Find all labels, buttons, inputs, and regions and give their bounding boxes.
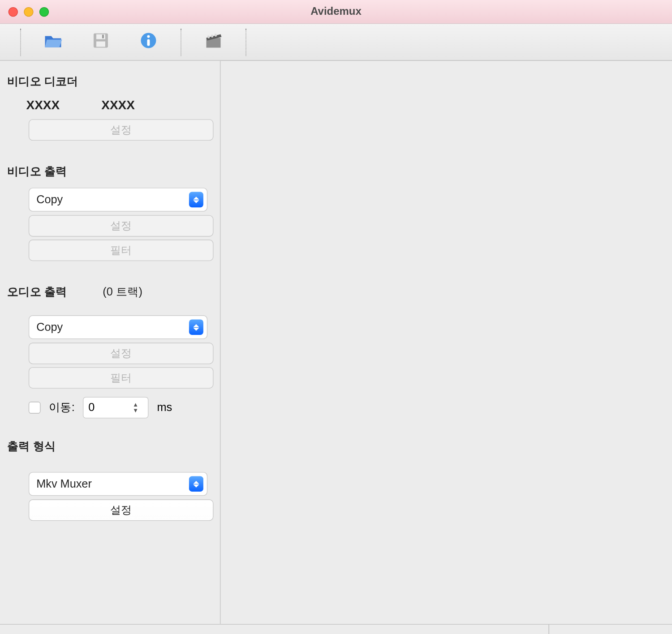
folder-open-icon: [42, 30, 64, 55]
svg-point-5: [147, 35, 150, 38]
svg-rect-6: [147, 39, 150, 46]
main-area: 비디오 디코더 XXXX XXXX 설정 비디오 출력 Copy 설정 필터 오…: [0, 61, 672, 624]
titlebar: Avidemux: [0, 0, 672, 24]
video-filters-button[interactable]: 필터: [29, 240, 214, 261]
svg-rect-2: [96, 42, 105, 47]
video-codec-select[interactable]: Copy: [29, 188, 207, 211]
output-format-title: 출력 형식: [7, 439, 213, 454]
clapperboard-icon: [203, 30, 224, 55]
output-muxer-value: Mkv Muxer: [36, 477, 189, 490]
audio-configure-button[interactable]: 설정: [29, 343, 214, 364]
floppy-disk-icon: [90, 30, 112, 55]
svg-rect-3: [102, 35, 104, 39]
audio-shift-checkbox[interactable]: [29, 402, 41, 414]
decoder-codec-row: XXXX XXXX: [7, 98, 213, 112]
decoder-configure-button[interactable]: 설정: [29, 119, 214, 141]
info-button[interactable]: [133, 28, 164, 56]
audio-shift-label: 이동:: [49, 400, 75, 416]
audio-filters-button[interactable]: 필터: [29, 367, 214, 389]
toolbar-separator: [246, 28, 246, 56]
toolbar-separator: [181, 28, 181, 56]
audio-codec-select[interactable]: Copy: [29, 315, 207, 339]
process-video-button[interactable]: [198, 28, 229, 56]
audio-shift-unit: ms: [157, 401, 172, 414]
select-arrows-icon: [189, 192, 203, 208]
audio-shift-input[interactable]: [84, 401, 129, 414]
output-muxer-select[interactable]: Mkv Muxer: [29, 472, 207, 496]
audio-tracks-count: (0 트랙): [103, 284, 142, 300]
bottom-panel: A B 시간: / 00:00:00.000 프레임 형식: ?: [0, 624, 672, 634]
output-configure-button[interactable]: 설정: [29, 499, 214, 521]
main-toolbar: [0, 24, 672, 61]
audio-output-title: 오디오 출력: [7, 284, 67, 300]
select-arrows-icon: [189, 476, 203, 492]
video-preview: [220, 61, 672, 624]
decoder-codec-2: XXXX: [101, 98, 135, 112]
video-codec-value: Copy: [36, 193, 189, 206]
audio-codec-value: Copy: [36, 321, 189, 334]
timeline-pane: A B 시간: / 00:00:00.000 프레임 형식: ?: [0, 625, 549, 634]
window-title: Avidemux: [0, 5, 672, 18]
open-file-button[interactable]: [38, 28, 69, 56]
select-arrows-icon: [189, 319, 203, 335]
sidebar: 비디오 디코더 XXXX XXXX 설정 비디오 출력 Copy 설정 필터 오…: [0, 61, 220, 624]
toolbar-separator: [20, 28, 21, 56]
info-icon: [138, 30, 159, 55]
video-output-title: 비디오 출력: [7, 164, 213, 180]
video-decoder-title: 비디오 디코더: [7, 74, 213, 90]
video-configure-button[interactable]: 설정: [29, 215, 214, 236]
audio-shift-spinner[interactable]: ▲▼: [83, 397, 148, 418]
stepper-arrows-icon[interactable]: ▲▼: [129, 402, 142, 414]
decoder-codec-1: XXXX: [26, 98, 60, 112]
save-file-button[interactable]: [85, 28, 116, 56]
markers-pane: A: 000000 B: 000000 Selection: 000000: [549, 625, 672, 634]
